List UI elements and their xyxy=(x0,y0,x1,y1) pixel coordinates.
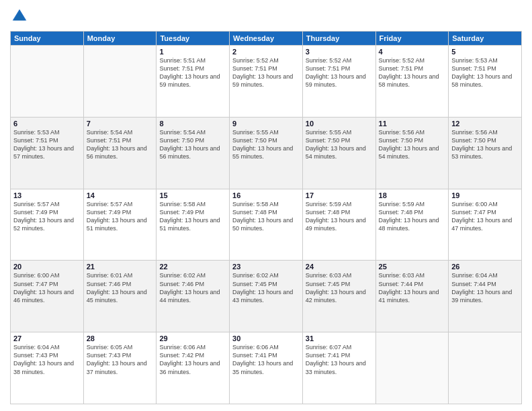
day-number: 9 xyxy=(232,120,300,128)
day-info: Sunrise: 6:03 AM Sunset: 7:45 PM Dayligh… xyxy=(306,271,373,304)
day-cell: 12Sunrise: 5:56 AM Sunset: 7:50 PM Dayli… xyxy=(449,117,522,189)
day-number: 21 xyxy=(87,263,154,271)
day-info: Sunrise: 5:52 AM Sunset: 7:51 PM Dayligh… xyxy=(306,56,373,89)
day-cell: 16Sunrise: 5:58 AM Sunset: 7:48 PM Dayli… xyxy=(230,189,303,261)
week-row-5: 27Sunrise: 6:04 AM Sunset: 7:43 PM Dayli… xyxy=(11,332,522,404)
week-row-3: 13Sunrise: 5:57 AM Sunset: 7:49 PM Dayli… xyxy=(11,189,522,261)
day-info: Sunrise: 5:51 AM Sunset: 7:51 PM Dayligh… xyxy=(159,56,226,89)
day-cell: 20Sunrise: 6:00 AM Sunset: 7:47 PM Dayli… xyxy=(11,261,84,332)
day-info: Sunrise: 6:04 AM Sunset: 7:44 PM Dayligh… xyxy=(451,271,519,304)
day-info: Sunrise: 6:02 AM Sunset: 7:45 PM Dayligh… xyxy=(232,271,300,304)
day-number: 12 xyxy=(451,120,519,128)
day-info: Sunrise: 5:58 AM Sunset: 7:48 PM Dayligh… xyxy=(232,200,300,233)
day-number: 7 xyxy=(87,120,154,128)
day-cell: 7Sunrise: 5:54 AM Sunset: 7:51 PM Daylig… xyxy=(83,117,157,189)
day-number: 11 xyxy=(379,120,446,128)
day-cell: 4Sunrise: 5:52 AM Sunset: 7:51 PM Daylig… xyxy=(375,46,449,118)
day-info: Sunrise: 6:00 AM Sunset: 7:47 PM Dayligh… xyxy=(451,200,519,233)
day-number: 5 xyxy=(451,48,519,56)
weekday-header-friday: Friday xyxy=(375,32,449,46)
day-cell: 22Sunrise: 6:02 AM Sunset: 7:46 PM Dayli… xyxy=(157,261,230,332)
day-cell: 27Sunrise: 6:04 AM Sunset: 7:43 PM Dayli… xyxy=(11,332,84,404)
day-number: 20 xyxy=(13,263,81,271)
day-cell: 31Sunrise: 6:07 AM Sunset: 7:41 PM Dayli… xyxy=(302,332,375,404)
logo-icon xyxy=(10,7,29,26)
day-cell: 29Sunrise: 6:06 AM Sunset: 7:42 PM Dayli… xyxy=(157,332,230,404)
day-cell: 19Sunrise: 6:00 AM Sunset: 7:47 PM Dayli… xyxy=(449,189,522,261)
weekday-header-saturday: Saturday xyxy=(449,32,522,46)
day-cell: 15Sunrise: 5:58 AM Sunset: 7:49 PM Dayli… xyxy=(157,189,230,261)
weekday-header-wednesday: Wednesday xyxy=(230,32,303,46)
day-cell: 14Sunrise: 5:57 AM Sunset: 7:49 PM Dayli… xyxy=(83,189,157,261)
day-number: 22 xyxy=(159,263,226,271)
day-number: 2 xyxy=(232,48,300,56)
day-number: 3 xyxy=(306,48,373,56)
day-cell xyxy=(375,332,449,404)
day-cell: 25Sunrise: 6:03 AM Sunset: 7:44 PM Dayli… xyxy=(375,261,449,332)
day-info: Sunrise: 5:59 AM Sunset: 7:48 PM Dayligh… xyxy=(379,200,446,233)
day-cell: 21Sunrise: 6:01 AM Sunset: 7:46 PM Dayli… xyxy=(83,261,157,332)
day-cell: 5Sunrise: 5:53 AM Sunset: 7:51 PM Daylig… xyxy=(449,46,522,118)
day-info: Sunrise: 5:55 AM Sunset: 7:50 PM Dayligh… xyxy=(232,128,300,161)
day-info: Sunrise: 6:03 AM Sunset: 7:44 PM Dayligh… xyxy=(379,271,446,304)
day-number: 28 xyxy=(87,334,154,342)
day-info: Sunrise: 5:58 AM Sunset: 7:49 PM Dayligh… xyxy=(159,200,226,233)
day-cell: 10Sunrise: 5:55 AM Sunset: 7:50 PM Dayli… xyxy=(302,117,375,189)
day-info: Sunrise: 5:57 AM Sunset: 7:49 PM Dayligh… xyxy=(87,200,154,233)
day-cell: 13Sunrise: 5:57 AM Sunset: 7:49 PM Dayli… xyxy=(11,189,84,261)
day-info: Sunrise: 6:01 AM Sunset: 7:46 PM Dayligh… xyxy=(87,271,154,304)
day-cell: 30Sunrise: 6:06 AM Sunset: 7:41 PM Dayli… xyxy=(230,332,303,404)
day-number: 10 xyxy=(306,120,373,128)
day-number: 8 xyxy=(159,120,226,128)
day-number: 29 xyxy=(159,334,226,342)
day-info: Sunrise: 5:54 AM Sunset: 7:50 PM Dayligh… xyxy=(159,128,226,161)
day-number: 31 xyxy=(306,334,373,342)
day-number: 15 xyxy=(159,191,226,199)
weekday-header-thursday: Thursday xyxy=(302,32,375,46)
day-number: 30 xyxy=(232,334,300,342)
day-cell: 6Sunrise: 5:53 AM Sunset: 7:51 PM Daylig… xyxy=(11,117,84,189)
header xyxy=(10,7,522,26)
day-cell: 2Sunrise: 5:52 AM Sunset: 7:51 PM Daylig… xyxy=(230,46,303,118)
day-info: Sunrise: 5:52 AM Sunset: 7:51 PM Dayligh… xyxy=(379,56,446,89)
weekday-header-row: SundayMondayTuesdayWednesdayThursdayFrid… xyxy=(11,32,522,46)
day-number: 25 xyxy=(379,263,446,271)
day-info: Sunrise: 5:54 AM Sunset: 7:51 PM Dayligh… xyxy=(87,128,154,161)
page: SundayMondayTuesdayWednesdayThursdayFrid… xyxy=(0,0,532,411)
day-cell: 3Sunrise: 5:52 AM Sunset: 7:51 PM Daylig… xyxy=(302,46,375,118)
weekday-header-tuesday: Tuesday xyxy=(157,32,230,46)
week-row-2: 6Sunrise: 5:53 AM Sunset: 7:51 PM Daylig… xyxy=(11,117,522,189)
day-info: Sunrise: 6:06 AM Sunset: 7:42 PM Dayligh… xyxy=(159,343,226,376)
day-info: Sunrise: 6:00 AM Sunset: 7:47 PM Dayligh… xyxy=(13,271,81,304)
day-number: 13 xyxy=(13,191,81,199)
day-info: Sunrise: 5:53 AM Sunset: 7:51 PM Dayligh… xyxy=(451,56,519,89)
day-cell: 17Sunrise: 5:59 AM Sunset: 7:48 PM Dayli… xyxy=(302,189,375,261)
day-number: 26 xyxy=(451,263,519,271)
day-info: Sunrise: 6:06 AM Sunset: 7:41 PM Dayligh… xyxy=(232,343,300,376)
day-info: Sunrise: 5:56 AM Sunset: 7:50 PM Dayligh… xyxy=(451,128,519,161)
day-cell: 28Sunrise: 6:05 AM Sunset: 7:43 PM Dayli… xyxy=(83,332,157,404)
day-cell: 1Sunrise: 5:51 AM Sunset: 7:51 PM Daylig… xyxy=(157,46,230,118)
day-number: 16 xyxy=(232,191,300,199)
day-cell: 26Sunrise: 6:04 AM Sunset: 7:44 PM Dayli… xyxy=(449,261,522,332)
day-info: Sunrise: 5:57 AM Sunset: 7:49 PM Dayligh… xyxy=(13,200,81,233)
day-info: Sunrise: 5:53 AM Sunset: 7:51 PM Dayligh… xyxy=(13,128,81,161)
day-cell xyxy=(11,46,84,118)
day-cell: 18Sunrise: 5:59 AM Sunset: 7:48 PM Dayli… xyxy=(375,189,449,261)
day-info: Sunrise: 6:05 AM Sunset: 7:43 PM Dayligh… xyxy=(87,343,154,376)
day-number: 18 xyxy=(379,191,446,199)
day-info: Sunrise: 6:04 AM Sunset: 7:43 PM Dayligh… xyxy=(13,343,81,376)
weekday-header-sunday: Sunday xyxy=(11,32,84,46)
day-info: Sunrise: 5:52 AM Sunset: 7:51 PM Dayligh… xyxy=(232,56,300,89)
day-cell: 8Sunrise: 5:54 AM Sunset: 7:50 PM Daylig… xyxy=(157,117,230,189)
logo xyxy=(10,7,32,26)
week-row-1: 1Sunrise: 5:51 AM Sunset: 7:51 PM Daylig… xyxy=(11,46,522,118)
day-info: Sunrise: 6:07 AM Sunset: 7:41 PM Dayligh… xyxy=(306,343,373,376)
day-info: Sunrise: 6:02 AM Sunset: 7:46 PM Dayligh… xyxy=(159,271,226,304)
day-cell xyxy=(83,46,157,118)
day-number: 17 xyxy=(306,191,373,199)
day-info: Sunrise: 5:59 AM Sunset: 7:48 PM Dayligh… xyxy=(306,200,373,233)
day-cell: 11Sunrise: 5:56 AM Sunset: 7:50 PM Dayli… xyxy=(375,117,449,189)
week-row-4: 20Sunrise: 6:00 AM Sunset: 7:47 PM Dayli… xyxy=(11,261,522,332)
weekday-header-monday: Monday xyxy=(83,32,157,46)
